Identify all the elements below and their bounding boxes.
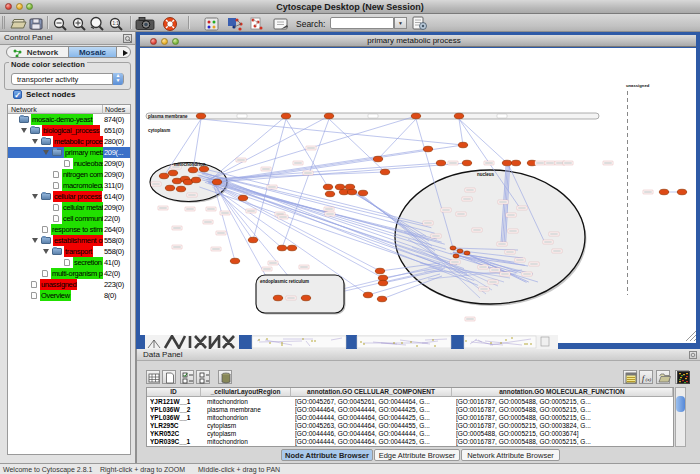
svg-text:nucleus: nucleus <box>477 172 495 177</box>
svg-text:cytoplasm: cytoplasm <box>148 128 170 133</box>
svg-text:endoplasmic reticulum: endoplasmic reticulum <box>260 279 309 284</box>
svg-text:1:1: 1:1 <box>113 21 120 26</box>
svg-text:unassigned: unassigned <box>626 83 650 88</box>
svg-text:mitochondrion: mitochondrion <box>174 162 206 167</box>
svg-text:plasma membrane: plasma membrane <box>148 114 188 119</box>
svg-text:(x): (x) <box>645 377 651 382</box>
